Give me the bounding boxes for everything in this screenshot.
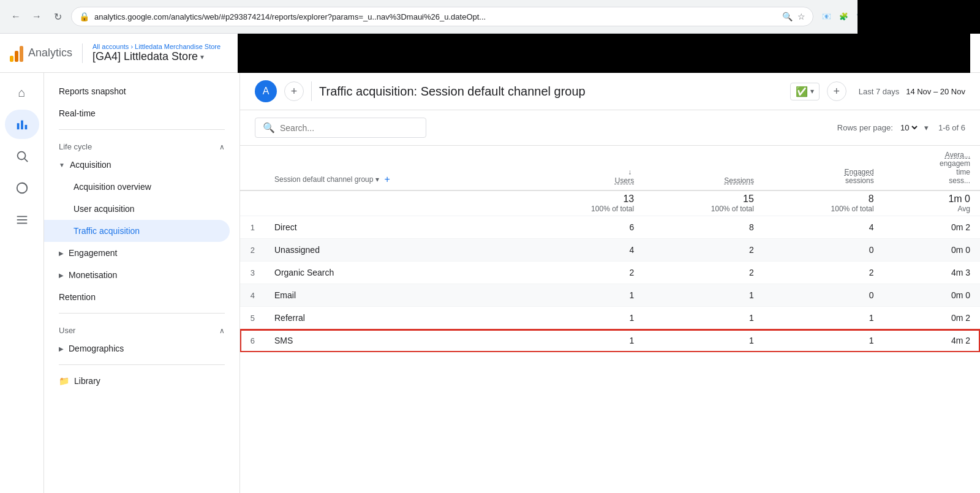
table-row: 5 Referral 1 1 1 0m 2: [240, 307, 980, 329]
icon-nav: ⌂: [0, 73, 44, 493]
col-header-avg[interactable]: Avera... engagem time sess...: [884, 146, 980, 190]
rows-per-page-select[interactable]: 10 25 50: [898, 122, 919, 133]
search-icon: 🔍: [263, 122, 275, 134]
user-section-chevron-icon: ∧: [219, 326, 225, 335]
back-button[interactable]: ←: [7, 8, 24, 25]
library-folder-icon: 📁: [59, 376, 69, 386]
monetisation-expand-icon: ▶: [59, 272, 64, 279]
ga-bar-orange: [15, 51, 18, 62]
header-sep: [311, 81, 312, 101]
sidebar-label-reports-snapshot: Reports snapshot: [59, 86, 126, 96]
sidebar-label-retention: Retention: [59, 292, 96, 302]
acquisition-expand-icon: ▼: [59, 162, 65, 168]
ext-icon-1[interactable]: 📧: [818, 9, 834, 24]
rows-per-page-label: Rows per page:: [837, 123, 893, 132]
nav-explore[interactable]: [5, 141, 39, 171]
row-engaged: 0: [764, 239, 884, 262]
property-selector[interactable]: [GA4] Littledata Store ▾: [92, 50, 221, 63]
row-sessions: 2: [644, 262, 764, 284]
report-avatar[interactable]: A: [255, 80, 277, 102]
row-users: 2: [524, 262, 644, 284]
sidebar-label-monetisation: Monetisation: [69, 270, 117, 280]
ext-icon-2[interactable]: 🧩: [835, 9, 851, 24]
nav-home[interactable]: ⌂: [5, 78, 39, 107]
row-channel: Organic Search: [265, 262, 524, 284]
sidebar-item-acquisition-overview[interactable]: Acquisition overview: [44, 176, 239, 198]
main-content: A + Traffic acquisition: Session default…: [240, 73, 980, 493]
sidebar-item-library[interactable]: 📁 Library: [44, 370, 239, 392]
date-range-value: 14 Nov – 20 Nov: [906, 87, 965, 96]
row-avg: 4m 3: [884, 262, 980, 284]
sidebar-item-reports-snapshot[interactable]: Reports snapshot: [44, 80, 239, 102]
sidebar-item-demographics[interactable]: ▶ Demographics: [44, 337, 239, 359]
ga-logo: Analytics: [10, 45, 72, 62]
totals-avg: 1m 0 Avg: [884, 190, 980, 216]
row-users: 1: [524, 284, 644, 307]
col-header-sessions[interactable]: Sessions: [644, 146, 764, 190]
col-avg-sublabel1: engagem: [940, 159, 970, 168]
row-channel: Direct: [265, 216, 524, 239]
row-num: 2: [240, 239, 265, 262]
sidebar-divider-1: [59, 129, 225, 130]
add-comparison-button[interactable]: +: [284, 81, 304, 101]
black-bar: [858, 0, 980, 34]
table-controls: 🔍 Rows per page: 10 25 50 ▾ 1-6 of 6: [240, 110, 980, 146]
row-avg: 0m 2: [884, 216, 980, 239]
browser-nav-buttons: ← → ↻: [7, 8, 66, 25]
sidebar-item-traffic-acquisition[interactable]: Traffic acquisition: [44, 220, 230, 242]
sidebar-label-engagement: Engagement: [69, 248, 117, 258]
breadcrumb: All accounts › Littledata Merchandise St…: [92, 43, 221, 50]
row-users: 4: [524, 239, 644, 262]
col-users-label: Users: [615, 176, 634, 185]
row-num: 5: [240, 307, 265, 329]
sidebar-item-user-acquisition[interactable]: User acquisition: [44, 198, 239, 220]
sidebar-section-user[interactable]: User ∧: [44, 318, 239, 337]
svg-rect-1: [21, 121, 23, 130]
lifecycle-chevron-icon: ∧: [219, 143, 225, 151]
col-header-channel[interactable]: Session default channel group ▾ +: [265, 146, 524, 190]
search-lens-icon: 🔍: [782, 12, 793, 21]
row-num: 4: [240, 284, 265, 307]
nav-configure[interactable]: [5, 205, 39, 235]
report-title: Traffic acquisition: Session default cha…: [319, 85, 783, 99]
table-header-row: Session default channel group ▾ + ↓ User…: [240, 146, 980, 190]
totals-users: 13 100% of total: [524, 190, 644, 216]
nav-reports[interactable]: [5, 110, 39, 139]
col-avg-label: Avera...: [945, 151, 970, 159]
report-status[interactable]: ✅ ▾: [790, 83, 820, 100]
address-bar[interactable]: 🔒 analytics.google.com/analytics/web/#p2…: [71, 7, 813, 26]
row-sessions: 1: [644, 307, 764, 329]
col-header-users[interactable]: ↓ Users: [524, 146, 644, 190]
nav-advertising[interactable]: [5, 173, 39, 203]
table-row: 1 Direct 6 8 4 0m 2: [240, 216, 980, 239]
sidebar-section-lifecycle[interactable]: Life cycle ∧: [44, 135, 239, 154]
rows-per-page: Rows per page: 10 25 50 ▾: [837, 122, 929, 133]
property-dropdown-arrow: ▾: [200, 53, 204, 61]
sidebar-item-acquisition[interactable]: ▼ Acquisition: [44, 154, 239, 176]
row-users: 1: [524, 307, 644, 329]
sidebar-item-retention[interactable]: Retention: [44, 286, 239, 308]
col-channel-label: Session default channel group: [274, 175, 373, 184]
app-header: Analytics All accounts › Littledata Merc…: [0, 34, 980, 73]
add-metric-button[interactable]: +: [827, 81, 846, 101]
header-divider: [82, 43, 83, 63]
search-box[interactable]: 🔍: [255, 118, 426, 138]
col-add-dimension-button[interactable]: +: [384, 174, 390, 185]
col-header-dimension[interactable]: [240, 146, 265, 190]
totals-dim: [265, 190, 524, 216]
col-header-engaged[interactable]: Engaged sessions: [764, 146, 884, 190]
demographics-expand-icon: ▶: [59, 345, 64, 352]
row-channel: SMS: [265, 329, 524, 352]
forward-button[interactable]: →: [28, 8, 45, 25]
col-channel-dropdown-icon[interactable]: ▾: [375, 175, 379, 184]
row-avg: 0m 0: [884, 284, 980, 307]
row-num: 6: [240, 329, 265, 352]
svg-point-3: [17, 152, 25, 160]
sidebar-item-monetisation[interactable]: ▶ Monetisation: [44, 264, 239, 286]
sidebar-item-realtime[interactable]: Real-time: [44, 102, 239, 124]
row-users: 1: [524, 329, 644, 352]
search-input[interactable]: [280, 123, 418, 133]
row-avg: 0m 2: [884, 307, 980, 329]
reload-button[interactable]: ↻: [49, 8, 66, 25]
sidebar-item-engagement[interactable]: ▶ Engagement: [44, 242, 239, 264]
